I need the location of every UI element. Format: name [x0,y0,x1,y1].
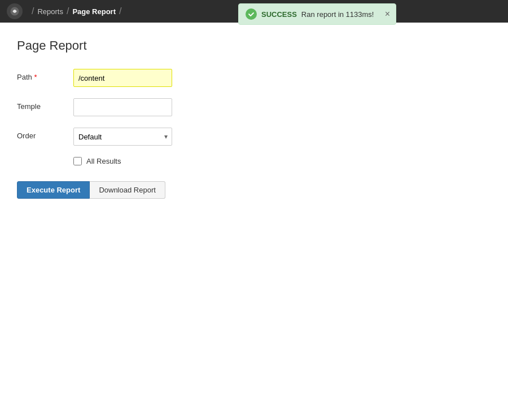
breadcrumb-sep-1: / [32,6,34,16]
page-title: Page Report [17,38,491,53]
order-select-wrap: Default Modified Title Template ▾ [73,128,172,146]
all-results-checkbox[interactable] [73,157,82,165]
topbar: / Reports / Page Report / SUCCESS Ran re… [0,0,508,23]
toast-label: SUCCESS [261,10,297,19]
form-group-order: Order Default Modified Title Template ▾ [17,128,491,146]
logo-icon[interactable] [7,3,23,19]
breadcrumb-sep-2: / [67,6,69,16]
path-label: Path * [17,69,73,81]
success-icon [246,8,257,20]
form-group-temple: Temple [17,98,491,116]
breadcrumb-page-report: Page Report [72,7,116,16]
all-results-group: All Results [17,157,491,165]
toast-close-button[interactable]: × [385,10,390,19]
download-report-button[interactable]: Download Report [90,181,165,199]
form-group-path: Path * [17,69,491,87]
main-content: Page Report Path * Temple Order Default … [0,23,508,420]
order-select[interactable]: Default Modified Title Template [73,128,172,146]
all-results-label: All Results [86,157,121,165]
buttons-row: Execute Report Download Report [17,181,491,199]
temple-label: Temple [17,98,73,111]
temple-input[interactable] [73,98,172,116]
toast-message: Ran report in 1133ms! [301,10,374,19]
success-toast: SUCCESS Ran report in 1133ms! × [238,3,396,25]
path-input[interactable] [73,69,172,87]
order-label: Order [17,128,73,140]
breadcrumb-reports[interactable]: Reports [37,7,63,16]
execute-report-button[interactable]: Execute Report [17,181,90,199]
breadcrumb-sep-3: / [119,6,121,16]
